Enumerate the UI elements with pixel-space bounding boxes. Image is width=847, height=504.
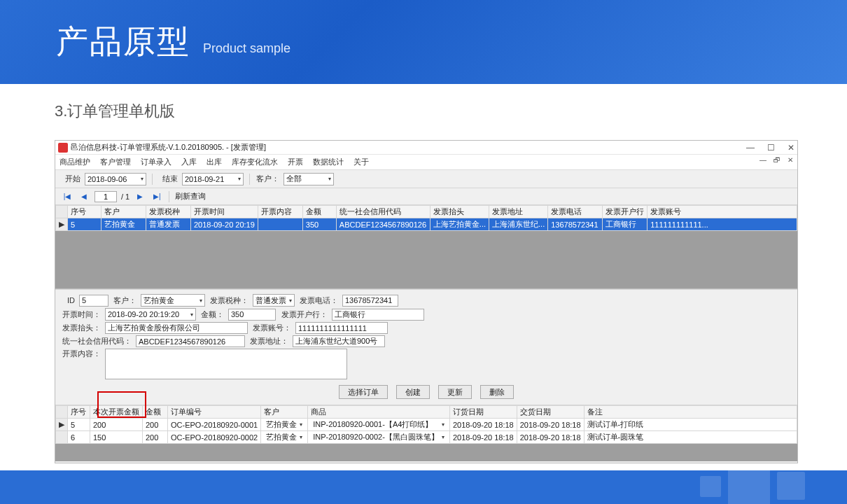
invoice-form: ID 5 客户： 艺拍黄金▾ 发票税种： 普通发票▾ 发票电话： 1367857… bbox=[55, 289, 797, 405]
address-field[interactable]: 上海浦东世纪大道900号 bbox=[293, 335, 385, 347]
account-field[interactable]: 1111111111111111 bbox=[295, 322, 388, 334]
update-button[interactable]: 更新 bbox=[438, 385, 472, 399]
delete-button[interactable]: 删除 bbox=[480, 385, 514, 399]
order-items-grid[interactable]: 序号本次开票金额金额订单编号客户商品订货日期交货日期备注 ▶5200200OC-… bbox=[55, 405, 797, 461]
menu-item[interactable]: 关于 bbox=[354, 157, 369, 167]
filter-toolbar: 开始 2018-09-06▾ 结束 2018-09-21▾ 客户： 全部▾ bbox=[55, 170, 797, 188]
end-label: 结束 bbox=[158, 174, 178, 184]
tel-field[interactable]: 13678572341 bbox=[342, 295, 398, 307]
next-page-button[interactable]: ▶ bbox=[134, 190, 146, 203]
window-title: 邑泊信息科技-订单管理系统-V.1.0.20180905. - [发票管理] bbox=[71, 142, 746, 153]
app-icon bbox=[58, 143, 68, 153]
slide-title-cn: 产品原型 bbox=[56, 20, 190, 64]
end-date-input[interactable]: 2018-09-21▾ bbox=[182, 173, 244, 186]
prev-page-button[interactable]: ◀ bbox=[78, 190, 90, 203]
credit-field[interactable]: ABCDEF1234567890126 bbox=[136, 335, 245, 347]
chevron-down-icon: ▾ bbox=[328, 176, 331, 182]
titlebar: 邑泊信息科技-订单管理系统-V.1.0.20180905. - [发票管理] —… bbox=[55, 141, 797, 155]
section-title: 3.订单管理单机版 bbox=[0, 84, 847, 132]
menubar: 商品维护 客户管理 订单录入 入库 出库 库存变化流水 开票 数据统计 关于 —… bbox=[55, 155, 797, 170]
chevron-down-icon: ▾ bbox=[141, 176, 144, 182]
pager: |◀ ◀ / 1 ▶ ▶| 刷新查询 bbox=[55, 188, 797, 205]
menu-item[interactable]: 数据统计 bbox=[313, 157, 344, 167]
menu-item[interactable]: 客户管理 bbox=[100, 157, 131, 167]
refresh-button[interactable]: 刷新查询 bbox=[175, 191, 206, 202]
mdi-restore[interactable]: 🗗 bbox=[774, 156, 780, 164]
bank-field[interactable]: 工商银行 bbox=[332, 309, 424, 321]
content-textarea[interactable] bbox=[105, 349, 347, 379]
create-button[interactable]: 创建 bbox=[396, 385, 430, 399]
slide-footer bbox=[0, 470, 847, 504]
customer-label: 客户： bbox=[255, 174, 279, 184]
customer-filter-combo[interactable]: 全部▾ bbox=[284, 173, 334, 186]
slide-header: 产品原型 Product sample bbox=[0, 0, 847, 84]
menu-item[interactable]: 入库 bbox=[181, 157, 197, 167]
invoice-grid[interactable]: 序号客户发票税种开票时间开票内容金额统一社会信用代码发票抬头发票地址发票电话发票… bbox=[55, 205, 797, 289]
amount-field[interactable]: 350 bbox=[228, 309, 276, 321]
start-label: 开始 bbox=[61, 174, 80, 184]
time-field[interactable]: 2018-09-20 20:19:20▾ bbox=[105, 308, 196, 321]
menu-item[interactable]: 库存变化流水 bbox=[232, 157, 278, 167]
head-field[interactable]: 上海艺拍黄金股份有限公司 bbox=[105, 322, 248, 334]
page-total: / 1 bbox=[121, 192, 130, 201]
page-input[interactable] bbox=[94, 191, 117, 202]
menu-item[interactable]: 订单录入 bbox=[141, 157, 172, 167]
first-page-button[interactable]: |◀ bbox=[61, 190, 74, 203]
id-field[interactable]: 5 bbox=[79, 295, 108, 307]
mdi-close[interactable]: ✕ bbox=[788, 156, 793, 164]
slide-title-en: Product sample bbox=[203, 41, 290, 56]
menu-item[interactable]: 开票 bbox=[288, 157, 303, 167]
win-close-button[interactable]: ✕ bbox=[788, 143, 794, 153]
menu-item[interactable]: 出库 bbox=[206, 157, 222, 167]
app-window: 邑泊信息科技-订单管理系统-V.1.0.20180905. - [发票管理] —… bbox=[55, 140, 798, 463]
menu-item[interactable]: 商品维护 bbox=[59, 157, 90, 167]
win-max-button[interactable]: ☐ bbox=[767, 143, 775, 153]
win-min-button[interactable]: — bbox=[746, 143, 755, 153]
customer-combo[interactable]: 艺拍黄金▾ bbox=[141, 294, 205, 307]
start-date-input[interactable]: 2018-09-06▾ bbox=[85, 173, 146, 186]
mdi-min[interactable]: — bbox=[760, 156, 766, 164]
chevron-down-icon: ▾ bbox=[238, 176, 241, 182]
last-page-button[interactable]: ▶| bbox=[150, 190, 163, 203]
taxtype-combo[interactable]: 普通发票▾ bbox=[253, 294, 295, 307]
select-order-button[interactable]: 选择订单 bbox=[339, 385, 388, 399]
